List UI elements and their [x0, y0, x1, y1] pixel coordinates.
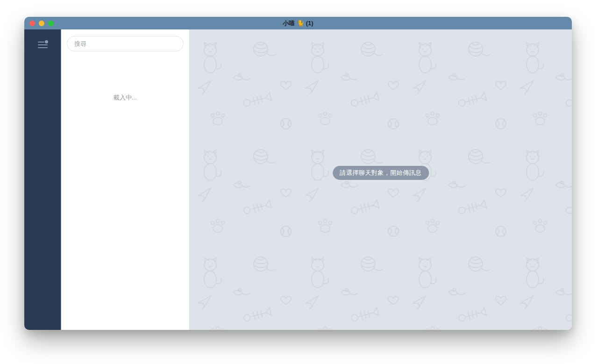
titlebar[interactable]: 小喵 🐈 (1) — [24, 17, 572, 29]
search-container — [61, 29, 189, 51]
window-content: 載入中... — [24, 29, 572, 330]
traffic-lights — [24, 21, 54, 26]
zoom-button[interactable] — [48, 21, 54, 26]
app-window: 小喵 🐈 (1) 載入中... — [24, 17, 572, 330]
unread-badge-dot — [45, 40, 48, 43]
main-menu-button[interactable] — [35, 39, 50, 51]
empty-state-message: 請選擇聊天對象，開始傳訊息 — [333, 166, 429, 180]
chat-area: 請選擇聊天對象，開始傳訊息 — [189, 29, 572, 330]
chat-list-panel: 載入中... — [61, 29, 189, 330]
window-title: 小喵 🐈 (1) — [24, 19, 572, 28]
desktop-background: 小喵 🐈 (1) 載入中... — [0, 0, 598, 364]
minimize-button[interactable] — [39, 21, 44, 26]
loading-text: 載入中... — [61, 93, 189, 102]
hamburger-menu-icon — [38, 42, 48, 48]
close-button[interactable] — [29, 21, 35, 26]
sidebar — [24, 29, 61, 330]
search-input[interactable] — [67, 36, 184, 51]
